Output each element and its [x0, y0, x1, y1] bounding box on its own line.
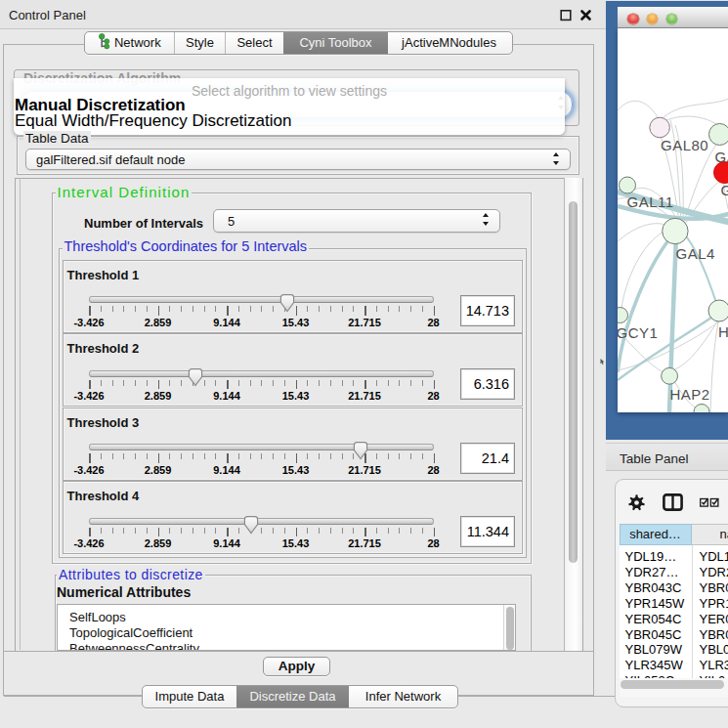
- svg-text:GAL4: GAL4: [675, 244, 714, 261]
- svg-text:GA: GA: [714, 148, 728, 164]
- svg-text:GAL80: GAL80: [661, 136, 708, 152]
- svg-text:GAL11: GAL11: [626, 193, 673, 210]
- svg-text:HAP2: HAP2: [669, 386, 709, 403]
- svg-text:GCY1: GCY1: [618, 324, 658, 341]
- svg-text:H: H: [718, 322, 728, 339]
- svg-text:G: G: [720, 181, 728, 197]
